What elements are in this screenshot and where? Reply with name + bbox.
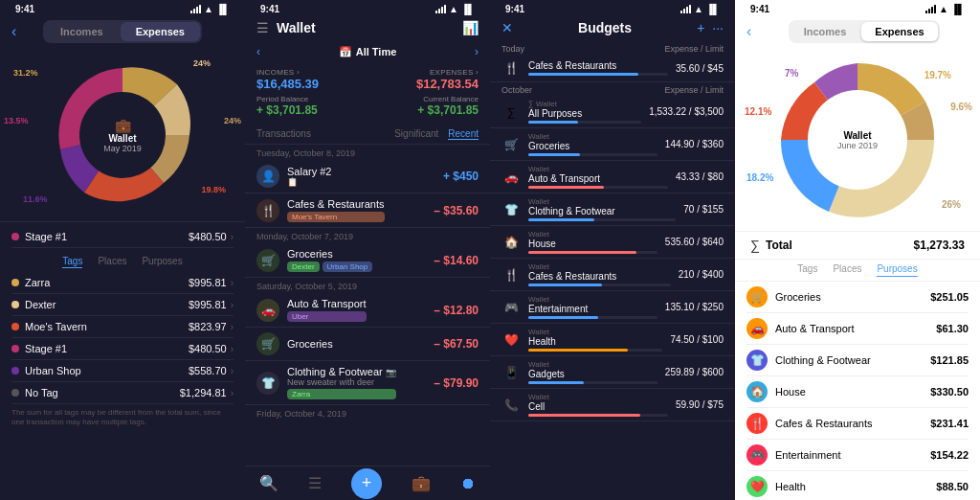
time-p3: 9:41 [505,4,524,14]
p4-tab-places[interactable]: Places [833,263,861,277]
budget-row-house[interactable]: 🏠 Wallet House 535.60 / $640 [490,226,735,259]
p1-expenses-toggle[interactable]: Expenses [121,22,200,41]
p2-tab-significant[interactable]: Significant [394,128,438,140]
budget-row-cell[interactable]: 📞 Wallet Cell 59.90 / $75 [490,389,735,421]
p4-amount-clothing: $121.85 [930,354,969,366]
p2-title: Wallet [277,20,455,35]
tx-name-cafe: Cafes & Restaurants [287,198,385,210]
budget-row-cafe-today[interactable]: 🍴 Cafes & Restaurants 35.60 / $45 [490,55,735,82]
tx-amount-clothing: – $79.90 [434,376,479,390]
p3-more-icon[interactable]: ··· [712,20,724,35]
budget-val-all: 1,533.22 / $3,500 [649,106,724,117]
hamburger-icon[interactable]: ☰ [256,20,269,35]
p1-tab-purposes[interactable]: Purposes [142,256,182,268]
budget-icon-cell: 📞 [501,396,521,415]
tx-tag-dexter: Dexter [287,261,320,272]
period-left-arrow[interactable]: ‹ [256,45,260,58]
p4-expenses-toggle[interactable]: Expenses [861,22,937,41]
add-button-p2[interactable]: + [351,468,382,499]
budget-icon-clothing: 👕 [501,200,521,219]
budget-icon-house: 🏠 [501,233,521,252]
status-bar-p3: 9:41 ▲ ▐▌ [490,0,735,16]
tx-row-salary[interactable]: 👤 Salary #2 📋 + $450 [245,160,490,193]
total-sum-icon: ∑ [750,238,760,253]
p4-list-item-clothing[interactable]: 👕 Clothing & Footwear $121.85 [746,345,969,376]
budget-row-clothing[interactable]: 👕 Wallet Clothing & Footwear 70 / $155 [490,193,735,226]
tx-icon-person: 👤 [256,165,279,188]
tx-name-groceries1: Groceries [287,248,372,260]
p1-incomes-toggle[interactable]: Incomes [45,22,119,41]
p4-list-item-health[interactable]: ❤️ Health $88.50 [746,471,969,500]
p4-tab-tags[interactable]: Tags [797,263,817,277]
p3-title: Budgets [521,20,689,35]
p4-list-item-groceries[interactable]: 🛒 Groceries $251.05 [746,282,969,313]
p2-period[interactable]: All Time [356,46,397,57]
tx-amount-groceries2: – $67.50 [434,337,479,351]
list-item[interactable]: Urban Shop $558.70› [11,360,234,382]
budget-val-cafe-today: 35.60 / $45 [676,63,724,74]
p4-icon-auto: 🚗 [746,318,768,339]
p1-toggle-group: Incomes Expenses [43,20,202,43]
p2-balance-section: Incomes › $16,485.39 Expenses › $12,783.… [245,64,490,125]
chart-icon[interactable]: 📊 [462,20,479,35]
list-item[interactable]: Zarra $995.81› [11,272,234,294]
p3-add-icon[interactable]: + [697,20,704,35]
back-icon-p1[interactable]: ‹ [11,23,16,40]
tx-row-groceries2[interactable]: 🛒 Groceries – $67.50 [245,328,490,361]
p4-pct-197: 19.7% [924,70,951,80]
tx-row-clothing[interactable]: 👕 Clothing & Footwear 📷 New sweater with… [245,361,490,405]
p1-tab-tags[interactable]: Tags [62,256,82,268]
tx-note-salary: 📋 [287,177,331,187]
tx-row-groceries1[interactable]: 🛒 Groceries Dexter Urban Shop – $14.60 [245,243,490,278]
budget-row-health[interactable]: ❤️ Wallet Health 74.50 / $100 [490,324,735,356]
p4-amount-cafes: $231.41 [930,418,969,429]
p4-list-item-house[interactable]: 🏠 House $330.50 [746,376,969,408]
toggle-icon-p2[interactable]: ⏺ [460,475,476,492]
calendar-icon: 📅 [339,46,352,58]
p4-name-health: Health [775,481,806,492]
p1-item-name-0: Zarra [25,277,50,288]
budget-row-cafes-oct[interactable]: 🍴 Wallet Cafes & Restaurants 210 / $400 [490,259,735,291]
p4-pct-96: 9.6% [950,102,972,112]
p4-list-item-entertainment[interactable]: 🎮 Entertainment $154.22 [746,440,969,471]
p2-tab-recent[interactable]: Recent [448,128,479,140]
budget-row-gadgets[interactable]: 📱 Wallet Gadgets 259.89 / $600 [490,356,735,389]
p4-incomes-toggle[interactable]: Incomes [791,22,860,41]
p4-back-icon[interactable]: ‹ [746,23,751,40]
tx-name-salary: Salary #2 [287,166,331,177]
list-item[interactable]: Stage #1 $480.50› [11,338,234,360]
p4-list-item-cafes[interactable]: 🍴 Cafes & Restaurants $231.41 [746,408,969,440]
wifi-icon-p3: ▲ [694,4,703,14]
p4-header: ‹ Incomes Expenses [735,16,980,49]
date-header-4: Friday, October 4, 2019 [245,405,490,420]
wallet-icon-p2[interactable]: 💼 [412,474,431,492]
p1-tab-places[interactable]: Places [98,256,126,268]
p4-pct-121: 12.1% [745,106,771,117]
search-icon-p2[interactable]: 🔍 [259,474,278,492]
p4-total-label: Total [766,239,792,252]
p4-pct-182: 18.2% [746,172,773,183]
p3-close-icon[interactable]: ✕ [501,20,513,35]
period-right-arrow[interactable]: › [475,45,479,58]
p1-note: The sum for all tags may be different fr… [0,404,245,432]
p4-name-groceries: Groceries [775,291,821,303]
pct-31: 31.2% [13,68,38,78]
p1-stage-row[interactable]: Stage #1 $480.50 › [11,226,234,248]
budget-icon-all: ∑ [501,102,521,122]
budget-row-auto[interactable]: 🚗 Wallet Auto & Transport 43.33 / $80 [490,161,735,193]
list-item[interactable]: No Tag $1,294.81› [11,382,234,404]
budget-row-groceries[interactable]: 🛒 Wallet Groceries 144.90 / $360 [490,128,735,161]
budget-row-entertainment[interactable]: 🎮 Wallet Entertainment 135.10 / $250 [490,291,735,324]
p4-tab-purposes[interactable]: Purposes [877,263,917,277]
list-item[interactable]: Moe's Tavern $823.97› [11,316,234,338]
budget-row-all-purposes[interactable]: ∑ ∑ Wallet All Purposes 1,533.22 / $3,50… [490,96,735,128]
p4-list-item-auto[interactable]: 🚗 Auto & Transport $61.30 [746,313,969,345]
budget-icon-gadgets: 📱 [501,363,521,382]
tx-row-cafe[interactable]: 🍴 Cafes & Restaurants Moe's Tavern – $35… [245,193,490,228]
list-item[interactable]: Dexter $995.81› [11,294,234,316]
p1-stage-amount: $480.50 [189,231,227,242]
status-icons-p1: ▲ ▐▌ [190,4,230,14]
battery-icon-p4: ▐▌ [951,4,965,14]
tx-row-transport[interactable]: 🚗 Auto & Transport Uber – $12.80 [245,293,490,328]
list-icon-p2[interactable]: ☰ [308,474,322,492]
